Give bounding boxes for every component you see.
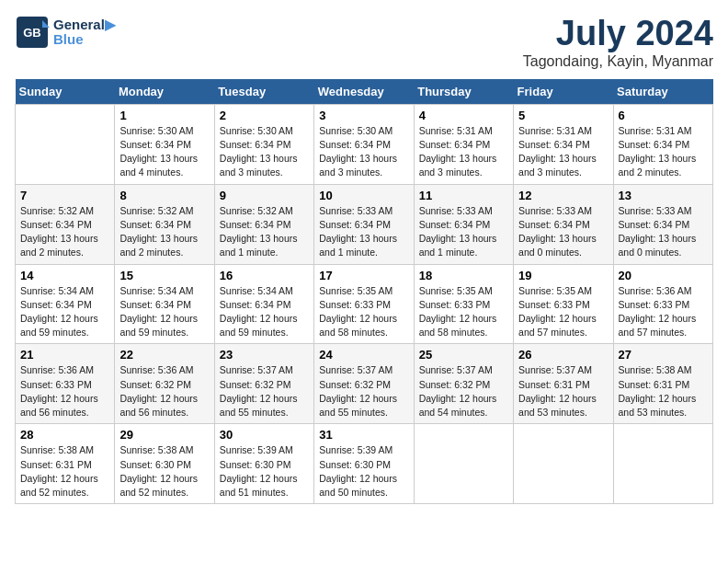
calendar-cell: 12Sunrise: 5:33 AMSunset: 6:34 PMDayligh… <box>514 184 613 264</box>
logo: GB General▶ Blue <box>15 15 116 50</box>
calendar-cell: 6Sunrise: 5:31 AMSunset: 6:34 PMDaylight… <box>613 104 712 184</box>
calendar-cell: 18Sunrise: 5:35 AMSunset: 6:33 PMDayligh… <box>414 264 513 344</box>
calendar-cell <box>514 424 613 504</box>
week-row-1: 1Sunrise: 5:30 AMSunset: 6:34 PMDaylight… <box>16 104 713 184</box>
col-header-monday: Monday <box>115 79 214 105</box>
calendar-cell: 2Sunrise: 5:30 AMSunset: 6:34 PMDaylight… <box>214 104 313 184</box>
day-number: 26 <box>518 348 608 362</box>
calendar-cell: 5Sunrise: 5:31 AMSunset: 6:34 PMDaylight… <box>514 104 613 184</box>
day-number: 5 <box>518 109 608 122</box>
calendar-subtitle: Tagondaing, Kayin, Myanmar <box>523 53 713 70</box>
day-number: 20 <box>619 269 708 282</box>
day-number: 8 <box>119 189 209 202</box>
day-info: Sunrise: 5:36 AMSunset: 6:32 PMDaylight:… <box>119 363 209 419</box>
day-number: 3 <box>319 109 408 122</box>
calendar-cell: 9Sunrise: 5:32 AMSunset: 6:34 PMDaylight… <box>214 184 313 264</box>
day-number: 12 <box>518 189 608 202</box>
day-number: 17 <box>319 269 408 282</box>
header: GB General▶ Blue July 2024 Tagondaing, K… <box>15 15 713 70</box>
calendar-cell: 24Sunrise: 5:37 AMSunset: 6:32 PMDayligh… <box>314 344 414 424</box>
day-info: Sunrise: 5:31 AMSunset: 6:34 PMDaylight:… <box>419 124 508 180</box>
calendar-header-row: SundayMondayTuesdayWednesdayThursdayFrid… <box>16 79 713 105</box>
day-number: 2 <box>220 109 309 122</box>
day-info: Sunrise: 5:39 AMSunset: 6:30 PMDaylight:… <box>319 443 408 500</box>
day-info: Sunrise: 5:35 AMSunset: 6:33 PMDaylight:… <box>518 284 608 340</box>
day-number: 7 <box>20 189 109 202</box>
day-info: Sunrise: 5:36 AMSunset: 6:33 PMDaylight:… <box>20 363 109 419</box>
calendar-cell: 26Sunrise: 5:37 AMSunset: 6:31 PMDayligh… <box>514 344 613 424</box>
day-info: Sunrise: 5:33 AMSunset: 6:34 PMDaylight:… <box>319 204 408 260</box>
calendar-cell: 3Sunrise: 5:30 AMSunset: 6:34 PMDaylight… <box>314 104 414 184</box>
calendar-cell: 23Sunrise: 5:37 AMSunset: 6:32 PMDayligh… <box>214 344 313 424</box>
calendar-title: July 2024 <box>523 15 713 53</box>
calendar-cell: 7Sunrise: 5:32 AMSunset: 6:34 PMDaylight… <box>16 184 115 264</box>
day-number: 6 <box>619 109 708 122</box>
calendar-cell <box>16 104 115 184</box>
day-info: Sunrise: 5:39 AMSunset: 6:30 PMDaylight:… <box>220 443 309 500</box>
calendar-table: SundayMondayTuesdayWednesdayThursdayFrid… <box>15 79 713 504</box>
col-header-sunday: Sunday <box>16 79 115 105</box>
day-info: Sunrise: 5:32 AMSunset: 6:34 PMDaylight:… <box>220 204 309 260</box>
day-number: 15 <box>119 269 209 282</box>
calendar-cell: 27Sunrise: 5:38 AMSunset: 6:31 PMDayligh… <box>613 344 712 424</box>
calendar-cell: 31Sunrise: 5:39 AMSunset: 6:30 PMDayligh… <box>314 424 414 504</box>
day-info: Sunrise: 5:30 AMSunset: 6:34 PMDaylight:… <box>220 124 309 180</box>
day-info: Sunrise: 5:33 AMSunset: 6:34 PMDaylight:… <box>619 204 708 260</box>
day-number: 14 <box>20 269 109 282</box>
day-info: Sunrise: 5:31 AMSunset: 6:34 PMDaylight:… <box>518 124 608 180</box>
title-area: July 2024 Tagondaing, Kayin, Myanmar <box>523 15 713 70</box>
day-number: 16 <box>220 269 309 282</box>
day-number: 27 <box>619 348 708 362</box>
calendar-cell: 15Sunrise: 5:34 AMSunset: 6:34 PMDayligh… <box>115 264 214 344</box>
calendar-cell: 11Sunrise: 5:33 AMSunset: 6:34 PMDayligh… <box>414 184 513 264</box>
day-number: 28 <box>20 428 109 442</box>
day-info: Sunrise: 5:37 AMSunset: 6:32 PMDaylight:… <box>419 363 508 419</box>
col-header-saturday: Saturday <box>613 79 712 105</box>
calendar-cell: 10Sunrise: 5:33 AMSunset: 6:34 PMDayligh… <box>314 184 414 264</box>
logo-line1: General▶ <box>53 17 116 33</box>
day-info: Sunrise: 5:30 AMSunset: 6:34 PMDaylight:… <box>319 124 408 180</box>
calendar-cell: 13Sunrise: 5:33 AMSunset: 6:34 PMDayligh… <box>613 184 712 264</box>
calendar-cell <box>414 424 513 504</box>
day-number: 23 <box>220 348 309 362</box>
calendar-cell: 22Sunrise: 5:36 AMSunset: 6:32 PMDayligh… <box>115 344 214 424</box>
day-number: 13 <box>619 189 708 202</box>
day-info: Sunrise: 5:33 AMSunset: 6:34 PMDaylight:… <box>419 204 508 260</box>
day-number: 9 <box>220 189 309 202</box>
day-info: Sunrise: 5:32 AMSunset: 6:34 PMDaylight:… <box>119 204 209 260</box>
col-header-thursday: Thursday <box>414 79 513 105</box>
col-header-tuesday: Tuesday <box>214 79 313 105</box>
day-number: 24 <box>319 348 408 362</box>
day-info: Sunrise: 5:30 AMSunset: 6:34 PMDaylight:… <box>119 124 209 180</box>
calendar-cell <box>613 424 712 504</box>
day-number: 21 <box>20 348 109 362</box>
col-header-friday: Friday <box>514 79 613 105</box>
col-header-wednesday: Wednesday <box>314 79 414 105</box>
day-info: Sunrise: 5:37 AMSunset: 6:32 PMDaylight:… <box>319 363 408 419</box>
calendar-cell: 25Sunrise: 5:37 AMSunset: 6:32 PMDayligh… <box>414 344 513 424</box>
calendar-cell: 14Sunrise: 5:34 AMSunset: 6:34 PMDayligh… <box>16 264 115 344</box>
calendar-cell: 30Sunrise: 5:39 AMSunset: 6:30 PMDayligh… <box>214 424 313 504</box>
day-number: 22 <box>119 348 209 362</box>
day-info: Sunrise: 5:37 AMSunset: 6:31 PMDaylight:… <box>518 363 608 419</box>
day-info: Sunrise: 5:35 AMSunset: 6:33 PMDaylight:… <box>319 284 408 340</box>
day-info: Sunrise: 5:37 AMSunset: 6:32 PMDaylight:… <box>220 363 309 419</box>
day-number: 31 <box>319 428 408 442</box>
day-number: 30 <box>220 428 309 442</box>
week-row-2: 7Sunrise: 5:32 AMSunset: 6:34 PMDaylight… <box>16 184 713 264</box>
calendar-cell: 20Sunrise: 5:36 AMSunset: 6:33 PMDayligh… <box>613 264 712 344</box>
day-number: 18 <box>419 269 508 282</box>
day-info: Sunrise: 5:34 AMSunset: 6:34 PMDaylight:… <box>220 284 309 340</box>
day-info: Sunrise: 5:35 AMSunset: 6:33 PMDaylight:… <box>419 284 508 340</box>
calendar-cell: 1Sunrise: 5:30 AMSunset: 6:34 PMDaylight… <box>115 104 214 184</box>
calendar-cell: 29Sunrise: 5:38 AMSunset: 6:30 PMDayligh… <box>115 424 214 504</box>
svg-text:GB: GB <box>23 26 41 40</box>
day-info: Sunrise: 5:34 AMSunset: 6:34 PMDaylight:… <box>20 284 109 340</box>
calendar-cell: 28Sunrise: 5:38 AMSunset: 6:31 PMDayligh… <box>16 424 115 504</box>
day-info: Sunrise: 5:36 AMSunset: 6:33 PMDaylight:… <box>619 284 708 340</box>
day-number: 4 <box>419 109 508 122</box>
logo-icon: GB <box>15 15 50 50</box>
calendar-cell: 17Sunrise: 5:35 AMSunset: 6:33 PMDayligh… <box>314 264 414 344</box>
day-number: 25 <box>419 348 508 362</box>
week-row-5: 28Sunrise: 5:38 AMSunset: 6:31 PMDayligh… <box>16 424 713 504</box>
